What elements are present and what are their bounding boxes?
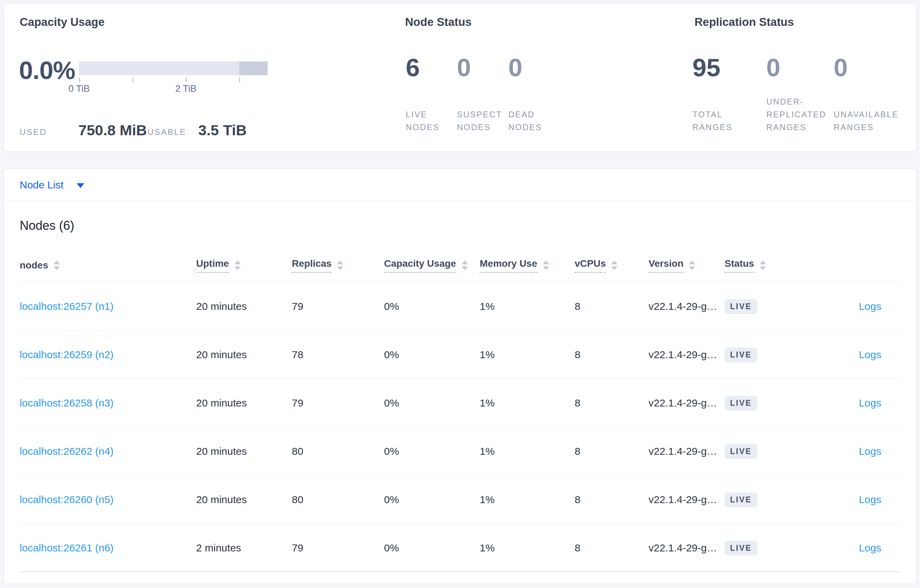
version-value: v22.1.4-29-g…: [649, 300, 717, 312]
stat: 0DEAD NODES: [509, 55, 550, 134]
chevron-down-icon: [77, 183, 84, 188]
node-status-stats: 6LIVE NODES0SUSPECT NODES0DEAD NODES: [406, 55, 550, 134]
logs-link[interactable]: Logs: [859, 446, 881, 457]
uptime-value: 2 minutes: [196, 542, 241, 554]
memory-use-value: 1%: [480, 300, 494, 312]
version-value: v22.1.4-29-g…: [649, 397, 717, 409]
column-header-version[interactable]: Version: [649, 258, 724, 273]
node-link[interactable]: localhost:26261 (n6): [20, 542, 113, 554]
replicas-value: 80: [292, 494, 303, 505]
uptime-value: 20 minutes: [196, 397, 247, 409]
stat-label: UNDER-REPLICATED RANGES: [766, 95, 834, 134]
replicas-value: 80: [292, 446, 303, 457]
replicas-value: 78: [292, 349, 303, 360]
node-list-dropdown-label: Node List: [20, 179, 63, 191]
logs-link[interactable]: Logs: [859, 542, 881, 554]
uptime-value: 20 minutes: [196, 446, 247, 457]
vcpus-value: 8: [575, 542, 580, 554]
used-value: 750.8 MiB: [78, 122, 147, 139]
table-row: localhost:26258 (n3)20 minutes790%1%8v22…: [4, 379, 916, 427]
memory-use-value: 1%: [480, 542, 494, 554]
status-badge: LIVE: [724, 444, 757, 459]
version-value: v22.1.4-29-g…: [649, 446, 717, 457]
version-value: v22.1.4-29-g…: [649, 494, 717, 505]
nodes-table-section: Nodes (6) nodesUptimeReplicasCapacity Us…: [4, 218, 916, 572]
column-header-vcpus[interactable]: vCPUs: [575, 258, 649, 273]
column-label: vCPUs: [575, 258, 606, 273]
stat-value: 95: [692, 55, 766, 80]
node-link[interactable]: localhost:26259 (n2): [20, 349, 113, 360]
logs-link[interactable]: Logs: [859, 300, 881, 312]
memory-use-value: 1%: [480, 494, 494, 505]
capacity-usage-value: 0%: [384, 542, 399, 554]
node-list-panel: Node List Nodes (6) nodesUptimeReplicasC…: [3, 168, 917, 584]
usable-value: 3.5 TiB: [198, 122, 246, 139]
stat: 0UNDER-REPLICATED RANGES: [766, 55, 834, 134]
version-value: v22.1.4-29-g…: [649, 349, 717, 360]
nodes-title: Nodes (6): [20, 218, 916, 233]
node-link[interactable]: localhost:26257 (n1): [20, 300, 113, 312]
sort-icon: [611, 260, 617, 270]
table-row: localhost:26260 (n5)20 minutes800%1%8v22…: [4, 475, 916, 524]
status-badge: LIVE: [724, 493, 757, 507]
memory-use-value: 1%: [480, 349, 494, 360]
logs-link[interactable]: Logs: [859, 349, 881, 360]
column-label: Replicas: [292, 258, 332, 273]
node-list-dropdown[interactable]: Node List: [4, 169, 916, 201]
stat: 6LIVE NODES: [406, 55, 457, 134]
status-badge: LIVE: [724, 347, 757, 362]
sort-icon: [689, 260, 695, 270]
table-row: localhost:26257 (n1)20 minutes790%1%8v22…: [4, 282, 916, 331]
column-header-status[interactable]: Status: [724, 258, 796, 273]
stat-value: 6: [406, 55, 457, 80]
node-link[interactable]: localhost:26258 (n3): [20, 397, 113, 409]
logs-link[interactable]: Logs: [859, 494, 881, 505]
column-header-uptime[interactable]: Uptime: [196, 258, 292, 273]
column-label: Version: [649, 258, 684, 273]
column-header-nodes[interactable]: nodes: [20, 260, 196, 271]
vcpus-value: 8: [575, 494, 580, 505]
column-label: Status: [724, 258, 754, 273]
uptime-value: 20 minutes: [196, 349, 247, 360]
capacity-usage-value: 0%: [384, 446, 399, 457]
stat-value: 0: [834, 55, 916, 80]
replication-status-title: Replication Status: [695, 16, 794, 29]
column-header-memory-use[interactable]: Memory Use: [480, 258, 575, 273]
table-row: localhost:26261 (n6)2 minutes790%1%8v22.…: [4, 524, 916, 572]
cluster-overview-page: Capacity Usage 0.0% 0 TiB2 TiB USED 750.…: [0, 0, 920, 588]
stat-label: DEAD NODES: [509, 108, 550, 134]
stat-label: LIVE NODES: [406, 108, 447, 134]
node-link[interactable]: localhost:26260 (n5): [20, 494, 113, 505]
stat: 95TOTAL RANGES: [692, 55, 766, 134]
node-link[interactable]: localhost:26262 (n4): [20, 446, 113, 457]
replicas-value: 79: [292, 300, 303, 312]
usable-label: USABLE: [147, 127, 186, 137]
sort-icon: [462, 260, 468, 270]
sort-icon: [337, 260, 343, 270]
column-header-capacity-usage[interactable]: Capacity Usage: [384, 258, 480, 273]
capacity-usage-value: 0%: [384, 397, 399, 409]
table-row: localhost:26262 (n4)20 minutes800%1%8v22…: [4, 427, 916, 475]
column-label: Capacity Usage: [384, 258, 456, 273]
used-label: USED: [20, 127, 47, 137]
logs-link[interactable]: Logs: [859, 397, 881, 409]
capacity-usage-value: 0%: [384, 300, 399, 312]
column-label: Uptime: [196, 258, 229, 273]
replicas-value: 79: [292, 542, 303, 554]
column-label: nodes: [20, 260, 48, 271]
capacity-usage-value: 0%: [384, 349, 399, 360]
column-header-replicas[interactable]: Replicas: [292, 258, 384, 273]
sort-icon: [760, 260, 766, 270]
nodes-table-header: nodesUptimeReplicasCapacity UsageMemory …: [4, 249, 916, 282]
uptime-value: 20 minutes: [196, 494, 247, 505]
stat-label: SUSPECT NODES: [457, 108, 504, 134]
status-badge: LIVE: [724, 299, 757, 314]
vcpus-value: 8: [575, 300, 580, 312]
sort-icon: [53, 260, 60, 270]
vcpus-value: 8: [575, 446, 580, 457]
stat-value: 0: [509, 55, 550, 80]
sort-icon: [235, 260, 241, 270]
stat-label: TOTAL RANGES: [692, 108, 748, 134]
node-status-title: Node Status: [405, 16, 472, 29]
replication-status-stats: 95TOTAL RANGES0UNDER-REPLICATED RANGES0U…: [692, 55, 916, 134]
